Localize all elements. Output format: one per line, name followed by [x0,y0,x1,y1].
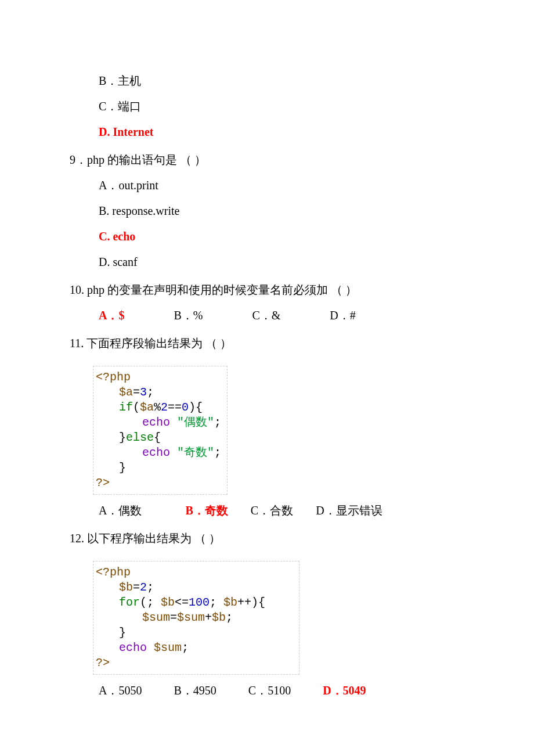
code-token: $b [212,611,226,624]
code-token: <= [175,596,189,609]
q8-option-b: B．主机 [70,72,464,89]
code-token: $sum [147,641,182,654]
code-token: % [154,401,161,414]
code-token: = [133,386,140,399]
code-token: $a [119,386,133,399]
code-token: + [205,611,212,624]
code-token: else [126,431,154,444]
code-token: 2 [140,581,147,594]
q11-option-d: D．显示错误 [316,502,382,519]
q10-option-b: B．% [174,307,203,324]
code-token: <?php [96,370,131,384]
code-token: if [119,401,133,414]
q10-option-d: D．# [330,307,355,324]
q10-text: 10. php 的变量在声明和使用的时候变量名前必须加 （ ） [70,281,464,298]
code-token: (; [140,596,161,609]
code-token: "奇数" [170,446,214,459]
code-token: echo [142,446,170,459]
code-token: == [168,401,182,414]
code-token: $b [223,596,237,609]
code-token: ; [210,596,223,609]
document-page: B．主机 C．端口 D. Internet 9．php 的输出语句是 （ ） A… [0,0,534,746]
code-token: echo [142,416,170,429]
code-token: $a [140,401,154,414]
q11-options: A．偶数 B．奇数 C．合数 D．显示错误 [70,502,464,519]
code-token: ( [133,401,140,414]
code-token: } [119,626,126,639]
q8-option-c: C．端口 [70,98,464,115]
code-token: ; [214,446,221,459]
q10-option-c: C．& [252,307,280,324]
code-token: $b [161,596,175,609]
code-token: for [119,596,140,609]
code-token: ?> [96,656,110,669]
code-token: ; [147,581,154,594]
q9-text: 9．php 的输出语句是 （ ） [70,151,464,168]
q8-option-d: D. Internet [70,123,464,141]
code-token: } [119,431,126,444]
code-token: ; [214,416,221,429]
q11-code-block: <?php $a=3; if($a%2==0){ echo "偶数"; }els… [93,366,228,495]
code-token: 100 [189,596,210,609]
code-token: = [133,581,140,594]
code-token: ++){ [237,596,265,609]
q9-option-d: D. scanf [70,253,464,271]
q12-option-a: A．5050 [99,682,142,699]
code-token: ; [226,611,233,624]
code-token: $b [119,581,133,594]
q12-code-block: <?php $b=2; for(; $b<=100; $b++){ $sum=$… [93,561,300,675]
code-token: ; [182,641,189,654]
code-token: 3 [140,386,147,399]
q12-option-b: B．4950 [174,682,216,699]
code-token: $sum [177,611,205,624]
code-token: echo [119,641,147,654]
code-token: } [119,461,126,474]
q11-option-a: A．偶数 [99,502,142,519]
code-token: <?php [96,566,131,579]
code-token: = [170,611,177,624]
q12-option-d: D．5049 [323,682,366,699]
q10-option-a: A．$ [99,307,124,324]
q10-options: A．$ B．% C．& D．# [70,307,464,324]
q11-text: 11. 下面程序段输出结果为 （ ） [70,334,464,352]
code-token: { [154,431,161,444]
code-token: "偶数" [170,416,214,429]
q9-option-a: A．out.print [70,177,464,194]
code-token: ; [147,386,154,399]
code-token: 0 [182,401,189,414]
q9-option-c: C. echo [70,228,464,245]
code-token: ){ [189,401,203,414]
code-token: 2 [161,401,168,414]
q9-option-b: B. response.write [70,202,464,219]
code-token: ?> [96,476,110,489]
q12-option-c: C．5100 [248,682,291,699]
q11-option-b: B．奇数 [185,502,228,519]
code-token: $sum [142,611,170,624]
q12-text: 12. 以下程序输出结果为 （ ） [70,530,464,547]
q11-option-c: C．合数 [251,502,293,519]
q12-options: A．5050 B．4950 C．5100 D．5049 [70,682,464,699]
